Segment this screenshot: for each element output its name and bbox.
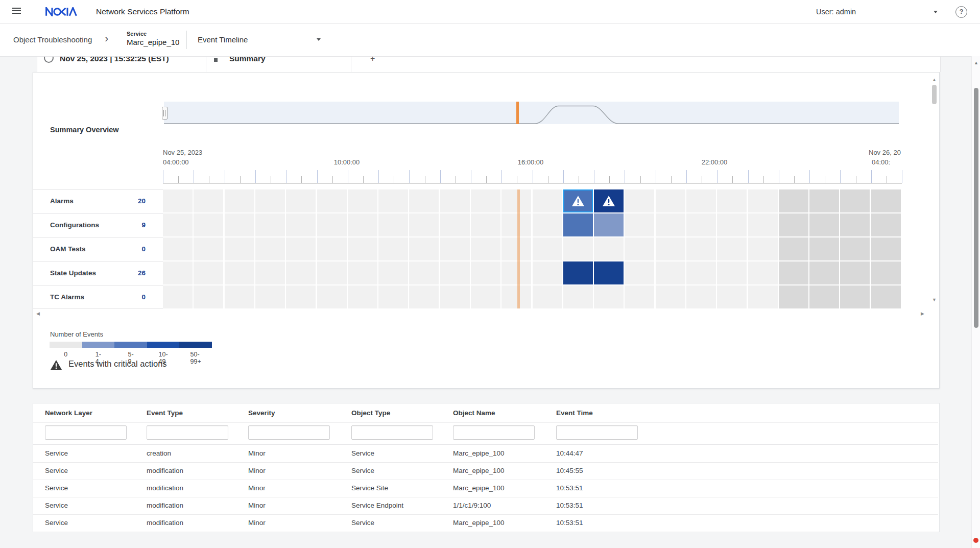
heatmap-cell[interactable] bbox=[286, 237, 316, 260]
heatmap-cell[interactable] bbox=[533, 189, 562, 212]
heatmap-cell[interactable] bbox=[225, 285, 254, 308]
heatmap-cell[interactable] bbox=[225, 261, 254, 284]
heatmap-cell[interactable] bbox=[317, 237, 347, 260]
heatmap-cell[interactable] bbox=[717, 237, 747, 260]
heatmap-cell[interactable] bbox=[163, 261, 193, 284]
timestamp-cell[interactable]: Nov 25, 2023 | 15:32:25 (EST) bbox=[37, 56, 206, 72]
heatmap-cell[interactable] bbox=[378, 189, 408, 212]
heatmap-cell[interactable] bbox=[194, 189, 223, 212]
heatmap-cell[interactable] bbox=[194, 213, 223, 236]
heatmap-cell[interactable] bbox=[748, 285, 778, 308]
filter-input-severity[interactable] bbox=[248, 425, 330, 440]
heatmap-cell[interactable] bbox=[594, 261, 624, 284]
heatmap-cell[interactable] bbox=[533, 285, 562, 308]
column-header-object-type[interactable]: Object Type bbox=[351, 403, 390, 422]
filter-input-event-type[interactable] bbox=[147, 425, 228, 440]
heatmap-cell[interactable] bbox=[840, 285, 870, 308]
heatmap-cell[interactable] bbox=[625, 189, 654, 212]
minimap-drag-handle[interactable] bbox=[162, 107, 168, 120]
help-icon[interactable]: ? bbox=[955, 6, 967, 18]
heatmap-cell[interactable] bbox=[348, 213, 377, 236]
heatmap-cell[interactable] bbox=[686, 285, 716, 308]
tab-summary[interactable]: Summary bbox=[206, 56, 351, 72]
heatmap-cell[interactable] bbox=[501, 213, 531, 236]
menu-icon[interactable] bbox=[12, 8, 21, 15]
heatmap-cell[interactable] bbox=[656, 237, 685, 260]
heatmap-cell[interactable] bbox=[255, 285, 285, 308]
heatmap-cell[interactable] bbox=[348, 261, 377, 284]
heatmap-cell[interactable] bbox=[779, 261, 808, 284]
heatmap-cell[interactable] bbox=[163, 213, 193, 236]
heatmap-cell[interactable] bbox=[440, 189, 470, 212]
heatmap-cell[interactable] bbox=[779, 189, 808, 212]
heatmap-cell[interactable] bbox=[440, 213, 470, 236]
user-caret-icon[interactable] bbox=[934, 11, 938, 13]
column-header-event-time[interactable]: Event Time bbox=[556, 403, 593, 422]
heatmap-cell[interactable] bbox=[563, 237, 593, 260]
heatmap-cell[interactable] bbox=[194, 237, 223, 260]
heatmap-cell[interactable] bbox=[533, 237, 562, 260]
heatmap-cell[interactable] bbox=[563, 213, 593, 236]
heatmap-cell[interactable] bbox=[594, 237, 624, 260]
heatmap-cell[interactable] bbox=[378, 285, 408, 308]
heatmap-cell[interactable] bbox=[563, 189, 593, 212]
heatmap-cell[interactable] bbox=[348, 285, 377, 308]
heatmap-cell[interactable] bbox=[625, 261, 654, 284]
heatmap-cell[interactable] bbox=[840, 237, 870, 260]
heatmap-cell[interactable] bbox=[656, 285, 685, 308]
heatmap-cell[interactable] bbox=[163, 237, 193, 260]
heatmap-cell[interactable] bbox=[717, 213, 747, 236]
heatmap-cell[interactable] bbox=[809, 261, 839, 284]
table-row[interactable]: ServicemodificationMinorServiceMarc_epip… bbox=[33, 462, 938, 480]
heatmap-cell[interactable] bbox=[286, 213, 316, 236]
table-row[interactable]: ServicemodificationMinorService SiteMarc… bbox=[33, 480, 938, 497]
heatmap-cell[interactable] bbox=[501, 237, 531, 260]
heatmap-cell[interactable] bbox=[656, 213, 685, 236]
heatmap-cell[interactable] bbox=[471, 237, 500, 260]
heatmap-cell[interactable] bbox=[594, 285, 624, 308]
add-icon[interactable]: + bbox=[370, 56, 375, 63]
heatmap-cell[interactable] bbox=[563, 285, 593, 308]
heatmap-cell[interactable] bbox=[563, 261, 593, 284]
heatmap-cell[interactable] bbox=[255, 213, 285, 236]
heatmap-cell[interactable] bbox=[286, 189, 316, 212]
heatmap-cell[interactable] bbox=[225, 189, 254, 212]
heatmap-cell[interactable] bbox=[809, 213, 839, 236]
heatmap-cell[interactable] bbox=[809, 237, 839, 260]
page-scroll-thumb[interactable] bbox=[974, 88, 978, 328]
heatmap-cell[interactable] bbox=[440, 237, 470, 260]
heatmap-cell[interactable] bbox=[533, 213, 562, 236]
heatmap-cell[interactable] bbox=[378, 237, 408, 260]
panel-scroll-thumb[interactable] bbox=[932, 85, 937, 104]
user-menu[interactable]: User: admin bbox=[816, 0, 856, 23]
hscroll-right-arrow[interactable]: ▶ bbox=[921, 311, 924, 316]
heatmap-cell[interactable] bbox=[717, 261, 747, 284]
heatmap-cell[interactable] bbox=[501, 189, 531, 212]
heatmap-cell[interactable] bbox=[748, 213, 778, 236]
filter-input-object-name[interactable] bbox=[453, 425, 535, 440]
heatmap-cell[interactable] bbox=[471, 189, 500, 212]
heatmap-cell[interactable] bbox=[163, 189, 193, 212]
heatmap-cell[interactable] bbox=[748, 261, 778, 284]
heatmap-cell[interactable] bbox=[871, 189, 901, 212]
table-row[interactable]: ServicemodificationMinorService Endpoint… bbox=[33, 497, 938, 515]
heatmap-cell[interactable] bbox=[871, 213, 901, 236]
heatmap-cell[interactable] bbox=[717, 189, 747, 212]
heatmap-cell[interactable] bbox=[317, 285, 347, 308]
heatmap-cell[interactable] bbox=[748, 189, 778, 212]
heatmap-cell[interactable] bbox=[409, 261, 439, 284]
heatmap-cell[interactable] bbox=[471, 261, 500, 284]
heatmap-cell[interactable] bbox=[317, 213, 347, 236]
heatmap-cell[interactable] bbox=[225, 237, 254, 260]
heatmap-cell[interactable] bbox=[840, 261, 870, 284]
heatmap-cell[interactable] bbox=[225, 213, 254, 236]
view-caret-icon[interactable] bbox=[317, 38, 321, 41]
page-scroll-up-arrow[interactable]: ▲ bbox=[974, 60, 978, 65]
heatmap-cell[interactable] bbox=[409, 213, 439, 236]
heatmap-cell[interactable] bbox=[194, 285, 223, 308]
heatmap-cell[interactable] bbox=[194, 261, 223, 284]
heatmap-cell[interactable] bbox=[501, 285, 531, 308]
table-row[interactable]: ServicecreationMinorServiceMarc_epipe_10… bbox=[33, 445, 938, 463]
filter-input-event-time[interactable] bbox=[556, 425, 638, 440]
heatmap-cell[interactable] bbox=[686, 237, 716, 260]
